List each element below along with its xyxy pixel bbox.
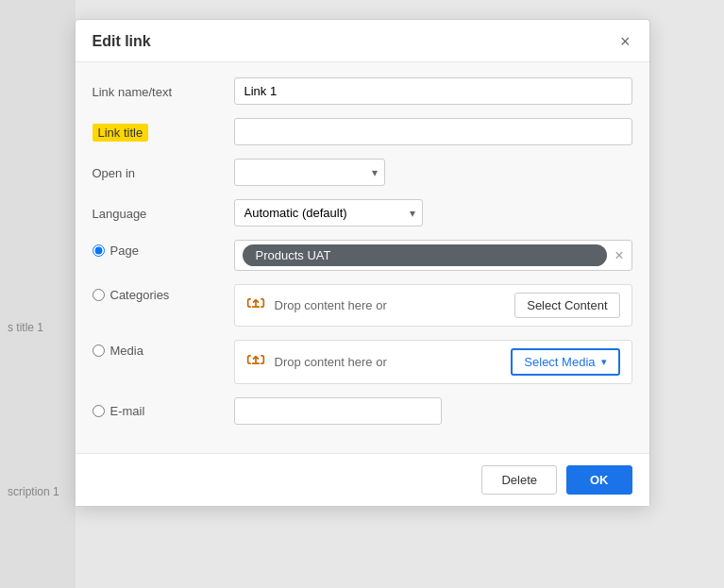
open-in-label: Open in bbox=[93, 159, 234, 180]
modal-footer: Delete OK bbox=[76, 453, 649, 506]
link-title-label-wrapper: Link title bbox=[93, 118, 234, 140]
modal-header: Edit link × bbox=[76, 20, 649, 62]
page-content-col: Products UAT × bbox=[234, 240, 632, 271]
page-row: Page Products UAT × bbox=[93, 240, 632, 271]
link-name-label: Link name/text bbox=[93, 77, 234, 99]
select-media-label: Select Media bbox=[524, 355, 595, 369]
media-row: Media Drop content here or Select Media bbox=[93, 340, 632, 384]
open-in-select[interactable]: Same window New window bbox=[234, 159, 385, 186]
categories-radio[interactable] bbox=[93, 289, 105, 301]
link-title-label: Link title bbox=[93, 124, 149, 142]
language-select[interactable]: Automatic (default) English French bbox=[234, 199, 423, 227]
email-input-col bbox=[234, 397, 632, 425]
media-drop-text: Drop content here or bbox=[275, 355, 512, 369]
open-in-control: Same window New window ▾ bbox=[234, 159, 632, 186]
select-content-button[interactable]: Select Content bbox=[514, 293, 619, 318]
page-tag-clear-button[interactable]: × bbox=[615, 248, 623, 263]
select-media-button[interactable]: Select Media ▾ bbox=[511, 348, 619, 376]
media-drop-zone: Drop content here or Select Media ▾ bbox=[234, 340, 632, 384]
modal-close-button[interactable]: × bbox=[618, 33, 632, 50]
media-upload-icon bbox=[246, 350, 265, 374]
categories-upload-icon bbox=[246, 294, 265, 317]
page-radio[interactable] bbox=[93, 244, 105, 257]
media-radio[interactable] bbox=[93, 344, 105, 357]
media-radio-label: Media bbox=[110, 344, 143, 358]
link-name-control bbox=[234, 77, 632, 105]
media-content-col: Drop content here or Select Media ▾ bbox=[234, 340, 632, 384]
categories-content-col: Drop content here or Select Content bbox=[234, 284, 632, 327]
language-label: Language bbox=[93, 199, 234, 221]
link-title-control bbox=[234, 118, 632, 145]
email-radio[interactable] bbox=[93, 405, 105, 417]
categories-drop-text: Drop content here or bbox=[275, 298, 515, 312]
email-row: E-mail bbox=[93, 397, 632, 425]
page-tag-container: Products UAT × bbox=[234, 240, 632, 271]
email-radio-label: E-mail bbox=[110, 404, 145, 418]
link-title-row: Link title bbox=[93, 118, 632, 145]
language-row: Language Automatic (default) English Fre… bbox=[93, 199, 632, 227]
link-name-row: Link name/text bbox=[93, 77, 632, 105]
categories-row: Categories Drop content here or Select C… bbox=[93, 284, 632, 327]
select-media-chevron-icon: ▾ bbox=[601, 356, 607, 368]
page-radio-label: Page bbox=[110, 244, 139, 258]
language-select-wrapper: Automatic (default) English French ▾ bbox=[234, 199, 423, 227]
modal-title: Edit link bbox=[93, 33, 151, 50]
categories-drop-zone: Drop content here or Select Content bbox=[234, 284, 632, 327]
ok-button[interactable]: OK bbox=[566, 465, 632, 495]
open-in-select-wrapper: Same window New window ▾ bbox=[234, 159, 385, 186]
language-control: Automatic (default) English French ▾ bbox=[234, 199, 632, 227]
media-radio-col: Media bbox=[93, 340, 234, 358]
page-radio-col: Page bbox=[93, 240, 234, 258]
page-tag-pill: Products UAT bbox=[243, 244, 608, 266]
link-name-input[interactable] bbox=[234, 77, 632, 105]
categories-radio-col: Categories bbox=[93, 284, 234, 302]
categories-radio-label: Categories bbox=[110, 288, 170, 302]
modal-overlay: Edit link × Link name/text Link title bbox=[0, 0, 724, 588]
edit-link-modal: Edit link × Link name/text Link title bbox=[75, 19, 650, 507]
email-radio-col: E-mail bbox=[93, 404, 234, 418]
open-in-row: Open in Same window New window ▾ bbox=[93, 159, 632, 186]
link-title-input[interactable] bbox=[234, 118, 632, 145]
email-input[interactable] bbox=[234, 397, 442, 425]
modal-body: Link name/text Link title Open in bbox=[76, 62, 649, 453]
delete-button[interactable]: Delete bbox=[481, 465, 557, 495]
